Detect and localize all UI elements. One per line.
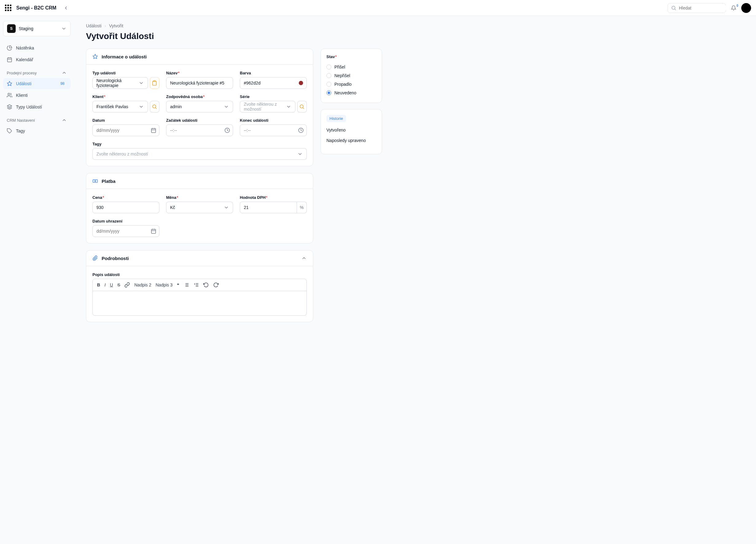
sidebar-section-sales[interactable]: Prodejní procesy <box>3 66 71 78</box>
series-select[interactable]: Zvolte některou z možností <box>240 101 295 112</box>
apps-grid-icon[interactable] <box>5 5 11 11</box>
responsible-select[interactable]: admin <box>166 101 233 112</box>
ordered-list-button[interactable] <box>193 282 199 288</box>
svg-point-14 <box>300 105 303 108</box>
series-search-button[interactable] <box>297 101 307 112</box>
radio-icon <box>326 65 331 69</box>
bold-button[interactable]: B <box>97 283 100 288</box>
state-option-lapsed[interactable]: Propadlo <box>326 80 376 88</box>
paid-date-label: Datum uhrazení <box>92 219 159 223</box>
avatar[interactable] <box>741 3 751 13</box>
underline-button[interactable]: U <box>110 283 113 288</box>
undo-icon <box>203 282 209 288</box>
description-editor[interactable] <box>92 291 307 316</box>
state-label: Stav* <box>326 54 376 59</box>
heading2-button[interactable]: Nadpis 2 <box>134 283 151 288</box>
bullet-list-button[interactable] <box>184 282 189 288</box>
svg-marker-10 <box>93 54 98 59</box>
card-event-info: Informace o události Typ události Neurol… <box>86 49 313 166</box>
sidebar-item-calendar[interactable]: Kalendář <box>3 54 71 65</box>
topbar-left: Sengi - B2C CRM <box>5 3 71 13</box>
sidebar-item-label: Typy Událostí <box>16 104 67 109</box>
currency-select[interactable]: Kč <box>166 201 233 213</box>
currency-label: Měna* <box>166 195 233 200</box>
users-icon <box>7 92 12 98</box>
client-search-button[interactable] <box>150 101 159 112</box>
state-option-none[interactable]: Neuvedeno <box>326 88 376 97</box>
start-time-input[interactable] <box>166 124 233 136</box>
card-title: Podrobnosti <box>102 256 298 261</box>
sidebar-item-clients[interactable]: Klienti <box>3 90 71 101</box>
notifications-button[interactable]: 0 <box>731 5 736 11</box>
cash-icon <box>92 178 98 184</box>
global-search[interactable] <box>668 3 726 13</box>
sidebar: S Staging Nástěnka Kalendář Prodejní pro… <box>0 16 74 544</box>
sidebar-section-settings[interactable]: CRM Nastavení <box>3 113 71 125</box>
back-button[interactable] <box>61 3 71 13</box>
sidebar-item-event-types[interactable]: Typy Událostí <box>3 101 71 112</box>
vat-input[interactable] <box>240 201 297 213</box>
sidebar-item-label: Události <box>16 81 54 86</box>
heading3-button[interactable]: Nadpis 3 <box>156 283 173 288</box>
card-title: Informace o události <box>102 54 147 59</box>
date-input[interactable] <box>92 124 159 136</box>
pie-icon <box>7 45 12 51</box>
notification-count: 0 <box>736 4 738 7</box>
topbar-right: 0 <box>668 3 751 13</box>
svg-marker-6 <box>7 81 12 86</box>
price-input[interactable] <box>92 201 159 213</box>
svg-rect-2 <box>7 58 12 62</box>
paperclip-icon <box>92 255 98 261</box>
star-icon <box>7 81 12 86</box>
client-label: Klient* <box>92 94 159 99</box>
history-tab[interactable]: Historie <box>326 115 346 122</box>
client-select[interactable]: František Pavlas <box>92 101 148 112</box>
list-ul-icon <box>184 282 189 288</box>
space-switcher[interactable]: S Staging <box>3 21 71 36</box>
end-time-input[interactable] <box>240 124 307 136</box>
color-input[interactable] <box>240 77 307 89</box>
svg-point-0 <box>672 6 675 10</box>
color-swatch <box>299 81 303 85</box>
name-input[interactable] <box>166 77 233 89</box>
italic-button[interactable]: I <box>104 283 106 288</box>
tags-select[interactable]: Zvolte některou z možností <box>92 148 307 160</box>
link-button[interactable] <box>124 282 130 288</box>
history-created: Vytvořeno <box>326 127 376 132</box>
svg-line-15 <box>303 108 304 108</box>
chevron-down-icon <box>224 104 229 109</box>
breadcrumb-item[interactable]: Události <box>86 23 102 28</box>
sidebar-item-dashboard[interactable]: Nástěnka <box>3 42 71 53</box>
clipboard-icon <box>152 80 157 86</box>
responsible-label: Zodpovědná osoba* <box>166 94 233 99</box>
layers-icon <box>7 104 12 110</box>
chevron-down-icon <box>286 104 291 109</box>
quote-button[interactable]: ❝ <box>177 283 179 288</box>
history-updated: Naposledy upraveno <box>326 138 376 143</box>
chevron-up-icon <box>61 70 67 76</box>
sidebar-item-label: Nástěnka <box>16 45 67 50</box>
radio-icon <box>326 90 331 95</box>
calendar-icon <box>7 57 12 62</box>
search-input[interactable] <box>679 6 733 10</box>
state-option-nocame[interactable]: Nepřišel <box>326 71 376 80</box>
svg-point-12 <box>153 105 156 108</box>
event-type-label: Typ události <box>92 71 159 75</box>
chevron-down-icon <box>224 205 229 210</box>
breadcrumb-item: Vytvořit <box>109 23 123 28</box>
undo-button[interactable] <box>203 282 209 288</box>
name-label: Název* <box>166 71 233 75</box>
chevron-up-icon[interactable] <box>301 255 307 261</box>
strike-button[interactable]: S <box>117 283 120 288</box>
clipboard-button[interactable] <box>150 77 159 89</box>
radio-icon <box>326 73 331 78</box>
date-label: Datum <box>92 118 159 123</box>
paid-date-input[interactable] <box>92 225 159 237</box>
sidebar-item-events[interactable]: Události 98 <box>3 78 71 89</box>
event-type-select[interactable]: Neurologická fyzioterapie <box>92 77 148 89</box>
link-icon <box>124 282 130 288</box>
redo-button[interactable] <box>213 282 219 288</box>
space-name: Staging <box>19 26 58 31</box>
sidebar-item-tags[interactable]: Tagy <box>3 125 71 136</box>
state-option-came[interactable]: Přišel <box>326 63 376 71</box>
